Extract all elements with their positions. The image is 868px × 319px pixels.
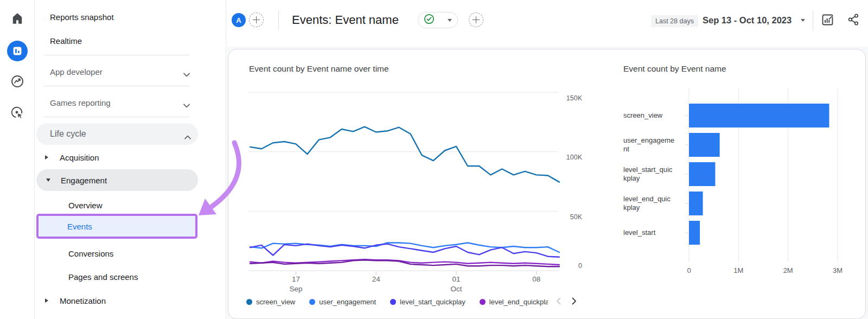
legend-label: user_engagement	[319, 298, 376, 306]
sidebar-item-conversions[interactable]: Conversions	[35, 244, 198, 263]
sidebar-group-app-developer[interactable]: App developer	[35, 62, 198, 81]
legend-dot-icon	[309, 299, 315, 305]
sidebar-item-label: Realtime	[50, 36, 82, 46]
legend-item-level_end_quickplay[interactable]: level_end_quickplay	[480, 298, 548, 306]
bar-category-label: level_end_quic kplay	[623, 194, 681, 213]
svg-text:100K: 100K	[566, 154, 583, 161]
svg-text:0: 0	[578, 262, 582, 270]
bar-category-label: level_start_quic kplay	[623, 165, 681, 183]
caret-down-icon[interactable]	[801, 19, 805, 22]
plus-icon	[473, 16, 480, 23]
svg-text:Oct: Oct	[450, 285, 462, 293]
bar-category-label: screen_view	[623, 106, 681, 125]
svg-text:3M: 3M	[833, 266, 843, 275]
header-divider	[278, 10, 279, 30]
header-divider	[813, 11, 813, 31]
legend-label: level_end_quickplay	[489, 298, 548, 306]
home-icon	[10, 11, 24, 28]
sidebar-item-monetization[interactable]: Monetization	[35, 291, 198, 310]
edit-chart-icon	[821, 13, 834, 29]
explore-button[interactable]	[7, 72, 28, 93]
legend-dot-icon	[390, 299, 396, 305]
sidebar-item-engagement[interactable]: Engagement	[36, 169, 198, 191]
sidebar-item-realtime[interactable]: Realtime	[35, 31, 198, 50]
legend-prev-button[interactable]	[551, 294, 565, 308]
sidebar-divider	[44, 55, 189, 55]
main-panel: A Events: Event name Last 28 days Sep 13…	[227, 0, 868, 319]
sidebar-group-label: Life cycle	[50, 129, 86, 139]
add-comparison-button[interactable]	[249, 12, 264, 27]
svg-text:01: 01	[452, 275, 460, 283]
date-range-selector[interactable]: Sep 13 - Oct 10, 2023	[703, 15, 792, 25]
chevron-up-icon	[184, 132, 191, 136]
customize-report-button[interactable]	[817, 10, 838, 31]
dimension-status-dropdown[interactable]	[418, 12, 458, 28]
sidebar-item-label: Monetization	[60, 296, 106, 305]
legend-item-user_engagement[interactable]: user_engagement	[309, 298, 376, 306]
bar-chart-title: Event count by Event name	[623, 64, 726, 74]
page-title: Events: Event name	[292, 13, 399, 27]
sidebar-group-life-cycle[interactable]: Life cycle	[36, 123, 198, 145]
share-icon	[847, 13, 860, 28]
sidebar-item-overview[interactable]: Overview	[35, 196, 198, 214]
svg-text:2M: 2M	[783, 266, 793, 275]
reports-icon	[7, 41, 28, 61]
sidebar-group-label: Games reporting	[50, 98, 111, 107]
svg-text:0: 0	[687, 266, 691, 275]
svg-text:50K: 50K	[570, 213, 583, 221]
sidebar-item-label: Events	[67, 222, 92, 231]
sidebar-item-label: Pages and screens	[68, 272, 138, 282]
legend-item-screen_view[interactable]: screen_view	[246, 298, 295, 306]
app-rail	[0, 0, 35, 319]
advertising-icon	[10, 106, 24, 122]
svg-text:1M: 1M	[733, 266, 743, 275]
legend-item-level_start_quickplay[interactable]: level_start_quickplay	[390, 298, 465, 306]
line-chart: 150K100K50K017Sep2401Oct08	[245, 87, 597, 302]
expanded-triangle-icon	[46, 178, 50, 182]
advertising-button[interactable]	[7, 103, 28, 125]
bar-category-label: level_start	[623, 224, 681, 242]
comparison-avatar[interactable]: A	[232, 13, 246, 27]
line-chart-legend: screen_viewuser_engagementlevel_start_qu…	[246, 295, 548, 309]
add-metric-button[interactable]	[469, 12, 483, 27]
legend-next-button[interactable]	[567, 294, 581, 308]
caret-down-icon	[448, 19, 452, 22]
bar-chart: 01M2M3M	[683, 85, 851, 276]
charts-card: Event count by Event name over time 150K…	[228, 49, 866, 319]
svg-text:24: 24	[372, 275, 381, 283]
home-button[interactable]	[7, 9, 28, 30]
share-report-button[interactable]	[843, 10, 864, 31]
sidebar-group-label: App developer	[50, 67, 103, 76]
chevron-down-icon	[183, 100, 190, 105]
bar-chart-category-labels: screen_viewuser_engageme ntlevel_start_q…	[623, 85, 681, 270]
report-nav-sidebar: Reports snapshot Realtime App developer …	[35, 0, 226, 319]
bar-category-label: user_engageme nt	[623, 136, 681, 154]
legend-dot-icon	[480, 299, 486, 305]
sidebar-item-events[interactable]: Events	[36, 214, 197, 239]
legend-label: level_start_quickplay	[400, 298, 465, 306]
line-chart-title: Event count by Event name over time	[249, 64, 389, 74]
collapsed-triangle-icon	[45, 298, 48, 303]
ga4-app: Reports snapshot Realtime App developer …	[0, 0, 868, 319]
svg-text:17: 17	[292, 275, 300, 283]
chevron-down-icon	[183, 69, 190, 74]
sidebar-divider	[44, 86, 189, 86]
legend-dot-icon	[246, 299, 252, 305]
sidebar-item-acquisition[interactable]: Acquisition	[35, 148, 198, 167]
date-preset-label[interactable]: Last 28 days	[651, 15, 698, 27]
svg-text:150K: 150K	[566, 94, 583, 102]
report-content: Event count by Event name over time 150K…	[227, 47, 868, 319]
sidebar-item-label: Reports snapshot	[50, 12, 114, 22]
svg-text:08: 08	[532, 275, 540, 283]
sidebar-item-label: Overview	[68, 201, 103, 210]
sidebar-divider	[44, 117, 189, 117]
sidebar-item-label: Acquisition	[60, 153, 99, 162]
sidebar-group-games-reporting[interactable]: Games reporting	[35, 93, 198, 112]
sidebar-item-pages-and-screens[interactable]: Pages and screens	[35, 267, 198, 286]
sidebar-item-reports-snapshot[interactable]: Reports snapshot	[35, 8, 198, 26]
check-circle-icon	[424, 14, 435, 27]
reports-button[interactable]	[7, 40, 28, 62]
report-header: A Events: Event name Last 28 days Sep 13…	[227, 0, 868, 47]
explore-icon	[10, 74, 24, 91]
svg-text:Sep: Sep	[289, 285, 302, 293]
